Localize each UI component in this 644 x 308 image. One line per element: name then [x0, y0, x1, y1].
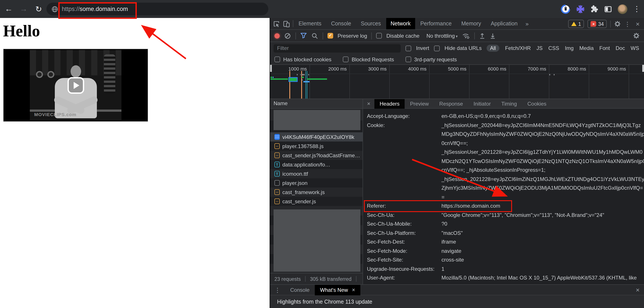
name-column-header[interactable]: Name: [270, 99, 362, 109]
error-badge[interactable]: × 34: [588, 20, 607, 28]
tab-cookies[interactable]: Cookies: [522, 99, 552, 108]
devtools-settings-gear-icon[interactable]: [614, 20, 621, 27]
header-value: navigate: [442, 247, 462, 256]
hide-data-urls-label: Hide data URLs: [444, 45, 482, 51]
forward-icon[interactable]: →: [18, 3, 30, 15]
drawer-close-icon[interactable]: ×: [636, 286, 640, 294]
load-event-line: [289, 71, 290, 99]
request-row[interactable]: T icomoon.ttf: [270, 169, 362, 178]
play-button[interactable]: [67, 77, 84, 93]
waterfall-tick: [297, 74, 298, 75]
overview-left-handle[interactable]: [270, 65, 272, 72]
waterfall-bar: [288, 77, 298, 82]
drawer-tab-console[interactable]: Console: [285, 285, 315, 295]
extensions-puzzle-icon[interactable]: [590, 5, 598, 13]
tab-response[interactable]: Response: [434, 99, 468, 108]
hide-data-urls-checkbox[interactable]: [434, 45, 440, 51]
request-row[interactable]: ‹› player.1367588.js: [270, 142, 362, 151]
tab-elements[interactable]: Elements: [294, 18, 326, 29]
domcontentloaded-line: [307, 71, 307, 99]
header-key: Upgrade-Insecure-Requests:: [363, 264, 442, 273]
third-party-requests-checkbox[interactable]: [406, 56, 411, 62]
side-panel-icon[interactable]: [604, 5, 612, 13]
filter-input[interactable]: [274, 44, 401, 52]
devtools-close-icon[interactable]: ×: [634, 20, 641, 27]
gridline: [350, 65, 350, 99]
more-tabs-icon[interactable]: »: [523, 20, 531, 27]
header-key: Sec-Ch-Ua:: [363, 211, 442, 220]
warning-badge[interactable]: 1: [568, 20, 584, 28]
invert-checkbox[interactable]: [406, 45, 411, 51]
tab-initiator[interactable]: Initiator: [468, 99, 496, 108]
filter-type-css[interactable]: CSS: [548, 45, 559, 51]
preserve-log-checkbox[interactable]: ✓: [328, 33, 333, 38]
drawer-tab-whats-new[interactable]: What's New ×: [315, 285, 360, 295]
request-row[interactable]: player.json: [270, 178, 362, 188]
throttling-select[interactable]: No throttling▾: [426, 33, 458, 39]
blocked-requests-checkbox[interactable]: [343, 56, 348, 62]
whats-new-headline[interactable]: Highlights from the Chrome 113 update: [277, 299, 372, 305]
filter-type-all[interactable]: All: [486, 45, 499, 52]
filter-type-fetch-xhr[interactable]: Fetch/XHR: [505, 45, 531, 51]
tab-application[interactable]: Application: [486, 18, 522, 29]
video-player[interactable]: MOVIECLIPS.com: [3, 49, 148, 122]
request-row[interactable]: ‹› cast_sender.js?loadCastFrame…: [270, 151, 362, 160]
devtools-menu-kebab-icon[interactable]: ⋮: [624, 21, 630, 27]
search-icon[interactable]: [311, 32, 318, 39]
disable-cache-checkbox[interactable]: [376, 33, 382, 38]
waterfall-tick: [302, 74, 303, 75]
overview-right-handle[interactable]: [642, 65, 644, 72]
filter-type-doc[interactable]: Doc: [616, 45, 625, 51]
filter-type-media[interactable]: Media: [579, 45, 594, 51]
has-blocked-cookies-checkbox[interactable]: [274, 56, 280, 62]
password-manager-extension-icon[interactable]: [561, 4, 570, 14]
filter-type-img[interactable]: Img: [565, 45, 574, 51]
tab-timing[interactable]: Timing: [496, 99, 522, 108]
profile-avatar[interactable]: [618, 4, 627, 14]
request-row[interactable]: ‹› cast_framework.js: [270, 188, 362, 197]
coil-decor: [104, 54, 115, 94]
page-content: Hello MOVIECLIPS.com: [0, 18, 270, 308]
tab-performance[interactable]: Performance: [416, 18, 456, 29]
drawer-menu-kebab-icon[interactable]: ⋮: [270, 286, 285, 293]
header-value: https://some.domain.com: [442, 202, 500, 211]
timeline-tick-label: 2000 ms: [319, 66, 347, 71]
gridline: [310, 65, 310, 99]
network-overview-timeline[interactable]: 1000 ms 2000 ms 3000 ms 4000 ms 5000 ms …: [270, 65, 644, 99]
tab-headers[interactable]: Headers: [374, 99, 405, 108]
timeline-tick-label: 9000 ms: [598, 66, 626, 71]
details-close-icon[interactable]: ×: [363, 100, 374, 107]
filter-icon[interactable]: [300, 32, 307, 39]
tab-sources[interactable]: Sources: [356, 18, 385, 29]
request-row[interactable]: ‹› cast_sender.js: [270, 197, 362, 206]
tab-console[interactable]: Console: [326, 18, 356, 29]
header-value: _hjSessionUser_2020448=eyJpZCI6ImM4NmE5N…: [442, 121, 644, 202]
tab-network[interactable]: Network: [386, 18, 415, 29]
filter-type-font[interactable]: Font: [599, 45, 610, 51]
filter-type-ws[interactable]: WS: [631, 45, 639, 51]
network-conditions-icon[interactable]: [462, 32, 470, 39]
tab-memory[interactable]: Memory: [457, 18, 486, 29]
record-icon[interactable]: [274, 33, 280, 38]
starburst-extension-icon[interactable]: [576, 4, 585, 13]
browser-menu-kebab-icon[interactable]: ⋮: [633, 5, 640, 13]
network-settings-gear-icon[interactable]: [633, 32, 640, 39]
request-row-selected[interactable]: vi4KSuM46fF40pEGX2uIOY8k: [270, 132, 362, 142]
reload-icon[interactable]: ↻: [32, 3, 45, 15]
request-row[interactable]: T data:application/fo…: [270, 160, 362, 169]
tab-preview[interactable]: Preview: [405, 99, 434, 108]
import-har-icon[interactable]: [479, 32, 485, 39]
filter-type-js[interactable]: JS: [536, 45, 543, 51]
clear-icon[interactable]: [284, 32, 291, 39]
waterfall-bar: [270, 77, 272, 78]
header-key: Sec-Fetch-Site:: [363, 256, 442, 264]
inspect-element-icon[interactable]: [273, 20, 280, 27]
script-icon: ‹›: [274, 152, 280, 158]
throttling-value: No throttling: [426, 33, 455, 39]
gridline: [629, 65, 629, 99]
back-icon[interactable]: ←: [3, 3, 15, 15]
device-toolbar-icon[interactable]: [283, 20, 290, 27]
whats-new-close-icon[interactable]: ×: [352, 285, 355, 295]
devtools-tabbar-right: 1 × 34 ⋮ ×: [568, 18, 641, 30]
export-har-icon[interactable]: [490, 32, 496, 39]
